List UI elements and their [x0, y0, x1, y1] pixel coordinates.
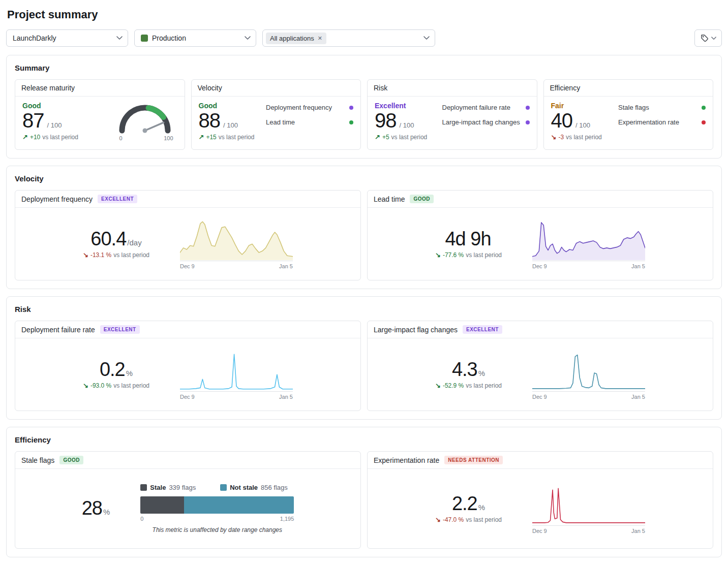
chevron-down-icon [245, 36, 251, 40]
trend-down-icon: ↘ [435, 516, 441, 523]
card-header: Large-impact flag changes EXCELLENT [368, 321, 713, 338]
project-dropdown[interactable]: LaunchDarkly [6, 29, 128, 47]
card-header: Stale flags GOOD [15, 452, 360, 469]
deployment-frequency-card: Deployment frequency EXCELLENT 60.4 /day… [15, 190, 361, 280]
score-block: Fair 40 / 100 ↘ -3 vs last period [551, 102, 602, 142]
score-value: 98 [375, 110, 397, 131]
card-header: Deployment frequency EXCELLENT [15, 191, 360, 208]
sub-metric-label: Large-impact flag changes [442, 118, 520, 127]
velocity-section: Velocity Deployment frequency EXCELLENT … [6, 166, 722, 289]
gauge-max-label: 100 [164, 135, 173, 141]
delta-value: -13.1 % [90, 251, 111, 259]
score-block: Excellent 98 / 100 ↗ +5 vs last period [375, 102, 427, 142]
card-title: Large-impact flag changes [374, 326, 458, 334]
deployment-frequency-chart: Dec 9 Jan 5 [180, 218, 293, 269]
large-impact-flag-changes-card: Large-impact flag changes EXCELLENT 4.3 … [367, 321, 713, 411]
delta-suffix: vs last period [391, 134, 428, 141]
bar-axis-min: 0 [140, 516, 143, 522]
card-header: Release maturity [15, 80, 185, 97]
legend-item-not-stale: Not stale 856 flags [220, 484, 288, 491]
chevron-down-icon [711, 37, 716, 40]
sub-metric-list: Stale flags Experimentation rate [618, 102, 706, 142]
x-axis-end-label: Jan 5 [279, 394, 293, 400]
card-title: Risk [374, 84, 387, 92]
card-title: Velocity [198, 84, 222, 92]
stacked-bar-chart [140, 496, 294, 514]
metric-value: 2.2 [452, 494, 477, 514]
card-body: Excellent 98 / 100 ↗ +5 vs last period [368, 97, 537, 149]
metric-value: 4d 9h [445, 229, 491, 249]
lead-time-card: Lead time GOOD 4d 9h ↘ -77.6 % vs last p… [367, 190, 713, 280]
trend-up-icon: ↗ [22, 134, 28, 140]
card-body: 28 % Stale 339 flags [15, 469, 360, 548]
delta-suffix: vs last period [466, 251, 502, 259]
efficiency-section-title: Efficiency [15, 435, 713, 444]
legend-swatch [220, 484, 227, 491]
metric-value: 0.2 [100, 360, 125, 380]
bar-segment-stale [140, 496, 184, 514]
sub-metric-row: Deployment failure rate [442, 104, 530, 112]
card-body: 2.2 % ↘ -47.0 % vs last period Dec 9 [368, 469, 713, 548]
sub-metric-label: Deployment failure rate [442, 104, 510, 112]
card-body: Fair 40 / 100 ↘ -3 vs last period [544, 97, 713, 149]
metric-stat: 4.3 % ↘ -52.9 % vs last period [435, 360, 502, 389]
x-axis-start-label: Dec 9 [180, 394, 195, 400]
project-dropdown-value: LaunchDarkly [13, 34, 56, 42]
delta-suffix: vs last period [466, 516, 502, 523]
bar-segment-not-stale [184, 496, 294, 514]
rating-label: Good [22, 102, 78, 110]
summary-cards-row: Release maturity Good 87 / 100 ↗ +10 vs … [15, 79, 713, 150]
environment-color-swatch [141, 35, 148, 42]
chevron-down-icon [116, 36, 123, 40]
delta-value: +5 [382, 134, 389, 141]
delta-suffix: vs last period [113, 382, 149, 389]
delta-value: -47.0 % [443, 516, 464, 523]
metric-status-dot [702, 106, 706, 110]
metric-status-dot [349, 120, 353, 124]
stale-flags-card: Stale flags GOOD 28 % St [15, 451, 361, 549]
applications-dropdown[interactable]: All applications ✕ [262, 29, 435, 47]
score-block: Good 88 / 100 ↗ +15 vs last period [199, 102, 255, 142]
trend-down-icon: ↘ [435, 251, 441, 258]
efficiency-summary-card: Efficiency Fair 40 / 100 ↘ -3 vs last pe… [543, 79, 714, 150]
x-axis-end-label: Jan 5 [631, 263, 645, 269]
metric-unit: % [126, 369, 133, 377]
x-axis-start-label: Dec 9 [180, 263, 195, 269]
delta-value: -52.9 % [443, 382, 464, 389]
delta-value: -93.0 % [90, 382, 111, 389]
tag-icon [701, 34, 709, 42]
summary-section-title: Summary [15, 64, 713, 72]
remove-tag-icon[interactable]: ✕ [318, 36, 322, 41]
tags-filter-button[interactable] [694, 29, 722, 47]
card-title: Deployment failure rate [21, 326, 95, 334]
sub-metric-label: Experimentation rate [618, 118, 679, 127]
metric-unit: % [103, 508, 110, 516]
rating-label: Good [199, 102, 255, 110]
metric-stat: 4d 9h ↘ -77.6 % vs last period [435, 229, 502, 259]
card-body: 60.4 /day ↘ -13.1 % vs last period Dec 9 [15, 208, 360, 280]
x-axis-start-label: Dec 9 [532, 528, 547, 534]
metric-stat: 60.4 /day ↘ -13.1 % vs last period [83, 229, 149, 259]
trend-up-icon: ↗ [375, 134, 380, 140]
trend-down-icon: ↘ [83, 251, 88, 258]
metric-unit: % [478, 369, 485, 377]
status-badge: GOOD [59, 456, 83, 464]
page-title: Project summary [7, 8, 721, 21]
lead-time-chart: Dec 9 Jan 5 [532, 218, 645, 269]
card-header: Velocity [192, 80, 361, 97]
x-axis-end-label: Jan 5 [631, 528, 645, 534]
environment-dropdown[interactable]: Production [134, 29, 256, 47]
trend-down-icon: ↘ [83, 382, 88, 389]
score-denominator: / 100 [575, 121, 590, 129]
trend-down-icon: ↘ [551, 134, 557, 140]
score-value: 40 [551, 110, 573, 131]
risk-section: Risk Deployment failure rate EXCELLENT 0… [6, 296, 722, 420]
filter-bar: LaunchDarkly Production All applications… [6, 29, 722, 47]
release-maturity-gauge: 0 100 [113, 102, 177, 142]
legend: Stale 339 flags Not stale 856 flags [140, 484, 294, 491]
gauge-min-label: 0 [119, 135, 123, 141]
x-axis-start-label: Dec 9 [532, 263, 547, 269]
metric-status-dot [526, 120, 530, 124]
risk-section-title: Risk [15, 305, 713, 313]
card-title: Lead time [374, 195, 405, 203]
